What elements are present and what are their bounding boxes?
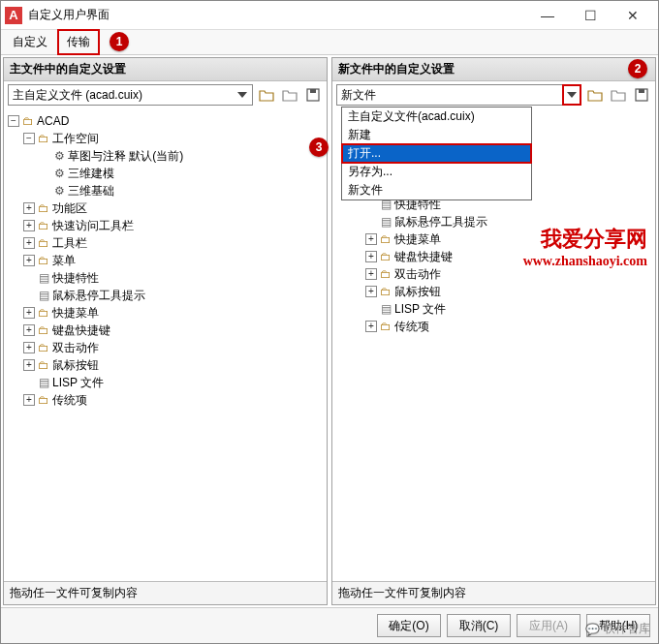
tree-node[interactable]: +🗀双击动作 <box>365 265 655 283</box>
expand-icon[interactable]: + <box>23 342 35 353</box>
folder-icon: 🗀 <box>379 248 392 265</box>
app-icon: A <box>5 7 22 24</box>
tree-node[interactable]: +🗀传统项 <box>23 391 327 409</box>
right-panel: 新文件中的自定义设置 2 新文件 主自定义文件(acad.cuix) 新建 打开… <box>331 57 656 605</box>
expand-icon[interactable]: + <box>23 237 35 249</box>
tree-label: 三维基础 <box>68 182 114 199</box>
tree-node[interactable]: +🗀快捷菜单 <box>23 304 327 322</box>
tree-node[interactable]: ▤鼠标悬停工具提示 <box>365 213 655 230</box>
tab-customize[interactable]: 自定义 <box>5 31 55 53</box>
tree-node[interactable]: +🗀鼠标按钮 <box>365 283 655 300</box>
tree-label: 传统项 <box>394 318 429 335</box>
expand-icon[interactable]: + <box>23 359 35 371</box>
tree-node[interactable]: +🗀快捷菜单 <box>365 230 655 248</box>
left-file-combo[interactable]: 主自定义文件 (acad.cuix) <box>8 84 253 106</box>
tree-label: 三维建模 <box>68 165 114 182</box>
left-tree[interactable]: − 🗀 ACAD − 🗀 工作空间 <box>4 108 327 581</box>
tree-node[interactable]: +🗀菜单 <box>23 252 327 269</box>
expand-icon[interactable]: + <box>365 251 377 262</box>
cancel-button[interactable]: 取消(C) <box>447 614 511 637</box>
tab-transfer[interactable]: 传输 <box>57 29 100 55</box>
tree-label: 鼠标悬停工具提示 <box>52 287 145 304</box>
expand-icon[interactable]: + <box>365 321 377 332</box>
expand-icon[interactable]: + <box>23 394 35 406</box>
right-toolbar: 新文件 主自定义文件(acad.cuix) 新建 打开... 另存为... 新文… <box>332 81 655 108</box>
tree-label: 键盘快捷键 <box>394 248 453 265</box>
folder-icon: 🗀 <box>379 283 392 300</box>
tree-node-workspace[interactable]: − 🗀 工作空间 <box>23 130 327 147</box>
corner-text: 软件智库 <box>604 621 650 637</box>
tree-node[interactable]: ▤快捷特性 <box>23 269 327 287</box>
expand-icon[interactable]: + <box>365 268 377 280</box>
corner-widget: 💬 软件智库 <box>585 621 650 637</box>
tree-node[interactable]: ▤鼠标悬停工具提示 <box>23 287 327 304</box>
folder-icon: 🗀 <box>37 356 50 374</box>
ok-button[interactable]: 确定(O) <box>377 614 441 637</box>
maximize-button[interactable]: ☐ <box>569 2 612 29</box>
tree-node[interactable]: ▤LISP 文件 <box>365 300 655 318</box>
tree-label: 鼠标按钮 <box>52 356 99 374</box>
folder-icon: 🗀 <box>37 252 50 269</box>
tree-label: 工具栏 <box>52 234 87 252</box>
expand-icon[interactable]: + <box>23 202 35 214</box>
tree-node[interactable]: +🗀双击动作 <box>23 339 327 356</box>
tree-node[interactable]: ▤LISP 文件 <box>23 374 327 391</box>
save-icon[interactable] <box>632 85 651 105</box>
dropdown-item[interactable]: 主自定义文件(acad.cuix) <box>342 107 531 126</box>
tree-label: 快速访问工具栏 <box>52 217 134 234</box>
expand-icon[interactable]: + <box>23 324 35 336</box>
folder-icon: 🗀 <box>379 230 392 248</box>
right-file-combo[interactable]: 新文件 主自定义文件(acad.cuix) 新建 打开... 另存为... 新文… <box>336 84 581 106</box>
save-icon[interactable] <box>303 85 323 105</box>
close-button[interactable]: ✕ <box>612 2 654 29</box>
tree-label: LISP 文件 <box>52 374 104 391</box>
chevron-down-icon[interactable] <box>562 84 581 106</box>
tree-node[interactable]: +🗀功能区 <box>23 199 327 217</box>
tree-node[interactable]: +🗀鼠标按钮 <box>23 356 327 374</box>
expand-icon[interactable]: + <box>365 286 377 297</box>
doc-icon: ▤ <box>37 374 50 391</box>
doc-icon: ▤ <box>37 287 50 304</box>
apply-button[interactable]: 应用(A) <box>517 614 581 637</box>
chevron-down-icon[interactable] <box>235 87 250 103</box>
tree-node[interactable]: +🗀工具栏 <box>23 234 327 252</box>
new-folder-icon[interactable] <box>609 85 628 105</box>
dropdown-item[interactable]: 另存为... <box>342 163 531 181</box>
window-title: 自定义用户界面 <box>28 7 526 23</box>
expand-icon[interactable]: + <box>23 220 35 231</box>
annotation-marker-1: 1 <box>110 32 129 51</box>
tree-node-root[interactable]: − 🗀 ACAD <box>8 112 327 130</box>
file-dropdown[interactable]: 主自定义文件(acad.cuix) 新建 打开... 另存为... 新文件 <box>341 107 532 200</box>
tree-label: 双击动作 <box>394 265 441 283</box>
tree-node[interactable]: +🗀键盘快捷键 <box>23 322 327 339</box>
expand-icon[interactable]: + <box>23 307 35 319</box>
expand-icon[interactable]: + <box>365 233 377 245</box>
dropdown-item[interactable]: 新文件 <box>342 181 531 199</box>
tree-node-ws2[interactable]: ⚙三维建模 <box>39 165 327 182</box>
dropdown-item-open[interactable]: 打开... <box>341 143 532 164</box>
tree-label: 快捷菜单 <box>394 230 441 248</box>
dropdown-item[interactable]: 新建 <box>342 126 531 144</box>
tree-node-ws1[interactable]: ⚙草图与注释 默认(当前) <box>39 147 327 165</box>
minimize-button[interactable]: — <box>526 2 569 29</box>
doc-icon: ▤ <box>379 213 392 230</box>
open-folder-icon[interactable] <box>257 85 276 105</box>
collapse-icon[interactable]: − <box>8 115 19 127</box>
folder-icon: 🗀 <box>37 391 50 409</box>
right-panel-footer: 拖动任一文件可复制内容 <box>332 581 655 604</box>
tree-label: 键盘快捷键 <box>52 322 110 339</box>
open-folder-icon[interactable] <box>585 85 605 105</box>
right-file-combo-value: 新文件 <box>341 87 376 104</box>
tree-node[interactable]: +🗀快速访问工具栏 <box>23 217 327 234</box>
tree-node[interactable]: +🗀传统项 <box>365 318 655 335</box>
tree-label: 鼠标按钮 <box>394 283 441 300</box>
new-folder-icon[interactable] <box>280 85 299 105</box>
collapse-icon[interactable]: − <box>23 133 35 144</box>
tree-node[interactable]: +🗀键盘快捷键 <box>365 248 655 265</box>
expand-icon[interactable]: + <box>23 255 35 266</box>
window: A 自定义用户界面 — ☐ ✕ 自定义 传输 1 主文件中的自定义设置 主自定义… <box>0 0 659 644</box>
left-panel-footer: 拖动任一文件可复制内容 <box>4 581 327 604</box>
annotation-marker-2: 2 <box>628 59 647 78</box>
tree-node-ws3[interactable]: ⚙三维基础 <box>39 182 327 199</box>
tree-label: 快捷菜单 <box>52 304 99 322</box>
